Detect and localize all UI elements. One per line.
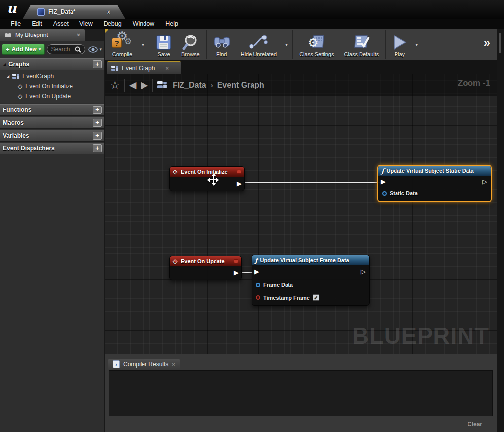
exec-in-pin[interactable]: ▶ xyxy=(254,268,259,275)
tree-item-eventgraph[interactable]: ◢ EventGraph xyxy=(0,72,105,81)
menu-edit[interactable]: Edit xyxy=(26,20,48,27)
delegate-pin[interactable] xyxy=(234,259,238,263)
search-input[interactable] xyxy=(51,46,73,53)
object-pin-icon[interactable] xyxy=(382,191,387,196)
tab-event-graph[interactable]: Event Graph × xyxy=(107,61,181,74)
node-header[interactable]: ◇ ◆ Event On Update xyxy=(170,256,241,266)
event-graph-tab-label: Event Graph xyxy=(122,65,155,72)
browse-button[interactable]: Browse xyxy=(177,29,205,60)
scrollbar-thumb[interactable] xyxy=(499,33,501,53)
tab-compiler-results[interactable]: › Compiler Results × xyxy=(108,359,180,370)
add-new-label: Add New xyxy=(12,46,37,53)
class-settings-icon: ⚙ xyxy=(308,34,325,50)
timestamp-frame-checkbox[interactable]: ✓ xyxy=(313,294,319,301)
section-header-macros[interactable]: Macros + xyxy=(0,117,105,129)
compile-options-dropdown[interactable]: ▾ xyxy=(138,42,147,47)
section-header-event-dispatchers[interactable]: Event Dispatchers + xyxy=(0,143,105,154)
compiler-results-output[interactable] xyxy=(109,370,493,416)
find-button[interactable]: Find xyxy=(208,29,236,60)
tab-my-blueprint[interactable]: My Blueprint × xyxy=(0,29,85,41)
toolbar-separator xyxy=(206,30,207,59)
breadcrumb-current[interactable]: Event Graph xyxy=(217,81,264,90)
add-variable-button[interactable]: + xyxy=(93,132,102,140)
pin-static-data[interactable]: Static Data xyxy=(382,190,418,196)
object-pin-icon[interactable] xyxy=(256,283,260,287)
add-graph-button[interactable]: + xyxy=(93,60,102,68)
plus-icon: + xyxy=(6,46,10,53)
menu-window[interactable]: Window xyxy=(127,20,160,27)
play-options-dropdown[interactable]: ▾ xyxy=(412,42,421,47)
toolbar-overflow-chevron[interactable]: » xyxy=(484,36,495,53)
section-macros: Macros + xyxy=(0,117,105,129)
menu-file[interactable]: File xyxy=(5,20,26,27)
exec-wire-init-to-static xyxy=(244,182,382,183)
menu-view[interactable]: View xyxy=(74,20,98,27)
hide-unrelated-label: Hide Unrelated xyxy=(241,51,277,57)
event-graph-canvas[interactable]: ☆ ◀ ▶ FIZ_Data › Event Graph Zoom -1 ◇ ◆… xyxy=(105,74,497,354)
expander-icon[interactable]: ◢ xyxy=(6,74,9,79)
graph-tab-strip: Event Graph × xyxy=(105,60,497,74)
hide-unrelated-button[interactable]: Hide Unrelated xyxy=(236,29,282,60)
section-title: Macros xyxy=(3,119,90,126)
tree-item-event-on-initialize[interactable]: ◇ Event On Initialize xyxy=(0,81,105,91)
add-macro-button[interactable]: + xyxy=(93,119,102,127)
graphs-tree: ◢ EventGraph ◇ Event On Initialize ◇ Eve… xyxy=(0,70,105,103)
breadcrumb-separator-icon: › xyxy=(211,81,213,89)
exec-out-pin[interactable]: ▶ xyxy=(237,180,242,187)
asset-tab-fiz-data[interactable]: FIZ_Data* × xyxy=(23,5,125,19)
clear-button[interactable]: Clear xyxy=(468,421,482,428)
node-event-on-initialize[interactable]: ◇ ◆ Event On Initialize ▶ xyxy=(169,166,245,191)
favorite-star-icon[interactable]: ☆ xyxy=(110,79,120,91)
close-icon[interactable]: × xyxy=(165,65,168,71)
class-settings-button[interactable]: ⚙ Class Settings xyxy=(294,29,339,60)
search-box[interactable] xyxy=(47,44,85,54)
close-icon[interactable]: × xyxy=(77,32,80,38)
node-header[interactable]: ƒ Update Virtual Subject Frame Data xyxy=(252,255,369,265)
menu-debug[interactable]: Debug xyxy=(98,20,127,27)
exec-out-pin[interactable]: ▷ xyxy=(482,179,487,185)
save-icon xyxy=(156,35,172,50)
hide-unrelated-icon xyxy=(249,34,268,50)
section-header-graphs[interactable]: ◢ Graphs + xyxy=(0,58,105,70)
blueprint-asset-icon xyxy=(37,8,45,16)
menu-help[interactable]: Help xyxy=(160,20,183,27)
pin-frame-data[interactable]: Frame Data xyxy=(256,282,293,288)
exec-out-pin[interactable]: ▷ xyxy=(361,268,366,275)
node-update-virtual-subject-frame-data[interactable]: ƒ Update Virtual Subject Frame Data ▶ ▷ … xyxy=(252,255,370,306)
add-new-button[interactable]: + Add New ▾ xyxy=(2,44,45,55)
toolbar-corner-marker xyxy=(105,29,109,33)
nav-back-icon[interactable]: ◀ xyxy=(129,79,137,91)
close-icon[interactable]: × xyxy=(172,361,175,367)
node-update-virtual-subject-static-data[interactable]: ƒ Update Virtual Subject Static Data ▶ ▷… xyxy=(377,165,492,202)
node-header[interactable]: ◇ ◆ Event On Initialize xyxy=(170,167,244,177)
save-button[interactable]: Save xyxy=(151,29,177,60)
move-cursor-icon xyxy=(208,174,218,185)
add-event-dispatcher-button[interactable]: + xyxy=(93,144,102,152)
my-blueprint-tab-label: My Blueprint xyxy=(15,32,48,38)
breadcrumb-root[interactable]: FIZ_Data xyxy=(173,81,206,90)
visibility-filter-button[interactable]: ▾ xyxy=(87,46,103,53)
node-event-on-update[interactable]: ◇ ◆ Event On Update ▶ xyxy=(169,256,242,280)
section-header-functions[interactable]: Functions + xyxy=(0,104,105,116)
node-header[interactable]: ƒ Update Virtual Subject Static Data xyxy=(378,166,491,176)
hide-unrelated-options-dropdown[interactable]: ▾ xyxy=(282,42,291,47)
browse-label: Browse xyxy=(181,51,200,57)
menu-asset[interactable]: Asset xyxy=(48,20,74,27)
compiler-results-tab-label: Compiler Results xyxy=(123,361,168,368)
delegate-pin[interactable] xyxy=(237,170,241,174)
add-function-button[interactable]: + xyxy=(93,106,102,114)
compile-button[interactable]: ⚙ ⚙ ? Compile xyxy=(107,29,138,60)
nav-separator xyxy=(124,79,125,92)
tree-item-event-on-update[interactable]: ◇ Event On Update xyxy=(0,91,105,101)
pin-timestamp-frame[interactable]: Timestamp Frame ✓ xyxy=(256,294,319,301)
close-icon[interactable]: × xyxy=(107,8,110,16)
play-button[interactable]: Play xyxy=(387,29,412,60)
nav-forward-icon[interactable]: ▶ xyxy=(141,79,148,91)
section-header-variables[interactable]: Variables + xyxy=(0,130,105,142)
bool-pin-icon[interactable] xyxy=(256,295,260,300)
exec-in-pin[interactable]: ▶ xyxy=(381,179,386,185)
pin-label: Frame Data xyxy=(263,282,293,288)
exec-out-pin[interactable]: ▶ xyxy=(234,269,239,276)
class-defaults-button[interactable]: Class Defaults xyxy=(339,29,384,60)
event-icon: ◇ ◆ xyxy=(173,258,179,264)
